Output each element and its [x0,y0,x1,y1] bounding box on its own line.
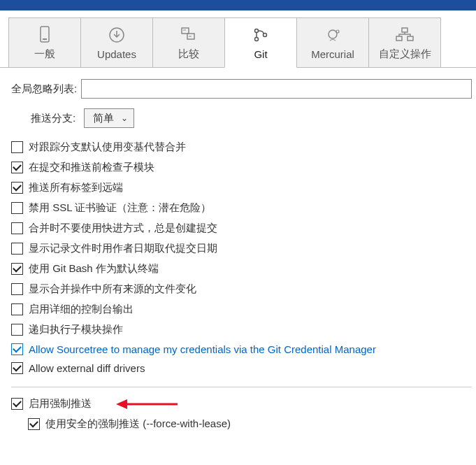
push-branch-dropdown[interactable]: 简单 ⌄ [84,108,134,128]
check-item-1[interactable]: 在提交和推送前检查子模块 [11,161,472,174]
tab-custom-actions[interactable]: 自定义操作 [368,17,441,67]
checkbox-icon [11,283,23,295]
checkbox-icon [28,418,40,430]
check-enable-force-push[interactable]: 启用强制推送 [11,397,472,410]
svg-rect-14 [408,36,413,41]
check-label: 推送所有标签到远端 [29,181,123,194]
checkbox-icon [11,182,23,194]
tab-updates[interactable]: Updates [80,17,153,67]
checkbox-icon [11,362,23,374]
checkbox-icon [11,398,23,410]
git-options-list: 对跟踪分支默认使用变基代替合并在提交和推送前检查子模块推送所有标签到远端禁用 S… [11,141,472,374]
check-item-8[interactable]: 启用详细的控制台输出 [11,303,472,316]
settings-content: 全局忽略列表: 推送分支: 简单 ⌄ 对跟踪分支默认使用变基代替合并在提交和推送… [0,68,476,435]
git-icon [252,26,269,44]
check-label: 递归执行子模块操作 [29,323,123,336]
svg-rect-13 [396,36,402,41]
dropdown-value: 简单 [93,112,114,125]
device-icon [38,25,51,43]
checkbox-icon [11,263,23,275]
check-item-11[interactable]: Allow external diff drivers [11,362,472,374]
svg-point-7 [255,29,259,32]
svg-point-8 [255,37,259,41]
check-item-2[interactable]: 推送所有标签到远端 [11,181,472,194]
checkbox-icon [11,243,23,255]
checkbox-icon [11,222,23,234]
window-titlebar [0,0,476,10]
push-branch-row: 推送分支: 简单 ⌄ [11,108,472,128]
tab-compare[interactable]: 比较 [152,17,225,67]
checkbox-icon [11,202,23,214]
tab-general[interactable]: 一般 [8,17,81,67]
check-item-10[interactable]: Allow Sourcetree to manage my credential… [11,343,472,355]
tab-label: Git [254,48,267,60]
download-icon [108,26,125,44]
svg-point-9 [264,33,267,36]
check-item-3[interactable]: 禁用 SSL 证书验证（注意：潜在危险） [11,201,472,215]
check-label: 显示合并操作中所有来源的文件变化 [29,282,196,296]
tab-git[interactable]: Git [224,17,297,68]
check-item-6[interactable]: 使用 Git Bash 作为默认终端 [11,262,472,276]
global-ignore-row: 全局忽略列表: [11,79,472,99]
check-safe-force-push[interactable]: 使用安全的强制推送 (--force-with-lease) [11,417,472,431]
svg-rect-3 [182,28,189,34]
check-label: 在提交和推送前检查子模块 [29,161,154,174]
check-label: 禁用 SSL 证书验证（注意：潜在危险） [29,201,211,215]
check-label: Allow external diff drivers [29,362,145,374]
tab-bar: 一般 Updates 比较 Git Mercurial 自定义操作 [0,10,476,68]
mercurial-icon [324,26,341,44]
svg-point-10 [329,30,337,38]
checkbox-icon [11,303,23,315]
check-label: 使用 Git Bash 作为默认终端 [29,262,159,276]
checkbox-icon [11,162,23,173]
check-label: 对跟踪分支默认使用变基代替合并 [29,141,186,154]
svg-point-11 [336,30,339,33]
tab-label: 自定义操作 [379,48,431,61]
check-label: 启用详细的控制台输出 [29,303,134,316]
global-ignore-input[interactable] [81,79,472,99]
check-label: 使用安全的强制推送 (--force-with-lease) [45,417,231,431]
tab-mercurial[interactable]: Mercurial [296,17,369,67]
tab-label: 比较 [178,48,199,61]
check-label: 启用强制推送 [29,397,92,410]
check-label: 显示记录文件时用作者日期取代提交日期 [29,242,217,255]
force-push-group: 启用强制推送 使用安全的强制推送 (--force-with-lease) [11,397,472,431]
tab-label: Mercurial [311,48,354,60]
svg-rect-12 [402,28,408,32]
check-item-5[interactable]: 显示记录文件时用作者日期取代提交日期 [11,242,472,255]
tab-label: Updates [97,48,136,60]
checkbox-icon [11,141,23,153]
checkbox-icon [11,343,23,355]
check-item-4[interactable]: 合并时不要使用快进方式，总是创建提交 [11,222,472,235]
tab-label: 一般 [34,48,55,61]
customize-icon [395,25,414,43]
chevron-down-icon: ⌄ [121,113,128,123]
separator [11,387,472,387]
global-ignore-label: 全局忽略列表: [11,83,77,96]
svg-rect-1 [43,38,47,40]
check-item-7[interactable]: 显示合并操作中所有来源的文件变化 [11,282,472,296]
compare-icon [180,25,197,43]
check-label: Allow Sourcetree to manage my credential… [29,343,376,355]
check-label: 合并时不要使用快进方式，总是创建提交 [29,222,217,235]
check-item-9[interactable]: 递归执行子模块操作 [11,323,472,336]
push-branch-label: 推送分支: [31,112,75,125]
checkbox-icon [11,324,23,336]
check-item-0[interactable]: 对跟踪分支默认使用变基代替合并 [11,141,472,154]
